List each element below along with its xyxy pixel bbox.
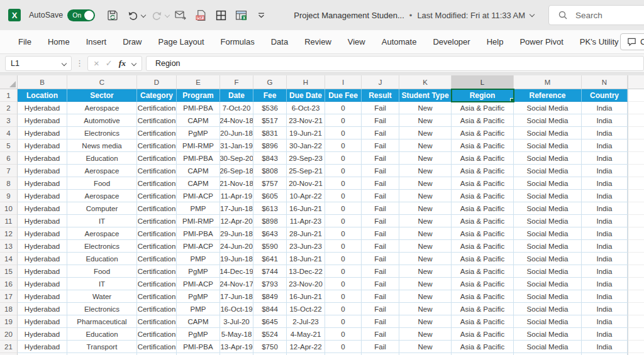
cell-M18[interactable]: Social Media	[514, 303, 582, 315]
header-cell-H1[interactable]: Due Date	[287, 89, 325, 102]
cell-I7[interactable]: 0	[325, 165, 362, 177]
column-letter-B[interactable]: B	[18, 75, 67, 89]
cell-C4[interactable]: Electronics	[67, 127, 137, 139]
cell-G16[interactable]: $793	[253, 278, 287, 290]
cell-K4[interactable]: New	[399, 127, 452, 139]
cell-C3[interactable]: Automotive	[67, 114, 137, 127]
cell-L8[interactable]: Asia & Pacific	[452, 177, 514, 190]
cell-L15[interactable]: Asia & Pacific	[452, 265, 514, 278]
cell-J15[interactable]: Fail	[362, 265, 399, 278]
cell-K21[interactable]: New	[399, 341, 452, 353]
cell-L17[interactable]: Asia & Pacific	[452, 290, 514, 303]
row-number-19[interactable]: 19	[0, 315, 18, 328]
cell-J18[interactable]: Fail	[362, 303, 399, 315]
cancel-button[interactable]: ×	[94, 58, 99, 68]
cell-B2[interactable]: Hyderabad	[18, 102, 67, 114]
cell-F14[interactable]: 19-Jun-18	[220, 253, 253, 265]
cell-D9[interactable]: Certification	[137, 190, 177, 202]
cell-I5[interactable]: 0	[325, 139, 362, 152]
cell-K9[interactable]: New	[399, 190, 452, 202]
cell-N5[interactable]: India	[582, 139, 628, 152]
cell-C11[interactable]: IT	[67, 215, 137, 227]
header-cell-N1[interactable]: Country	[582, 89, 628, 102]
tab-automate[interactable]: Automate	[374, 30, 425, 53]
cell-E19[interactable]: CAPM	[177, 315, 220, 328]
cell-G18[interactable]: $844	[253, 303, 287, 315]
cell-N2[interactable]: India	[582, 102, 628, 114]
cell-D11[interactable]: Certification	[137, 215, 177, 227]
cell-J4[interactable]: Fail	[362, 127, 399, 139]
cell-J6[interactable]: Fail	[362, 152, 399, 165]
cell-F6[interactable]: 30-Sep-20	[220, 152, 253, 165]
cell-F21[interactable]: 13-Apr-19	[220, 341, 253, 353]
row-number-7[interactable]: 7	[0, 165, 18, 177]
cell-L19[interactable]: Asia & Pacific	[452, 315, 514, 328]
cell-J10[interactable]: Fail	[362, 202, 399, 215]
tab-insert[interactable]: Insert	[78, 30, 115, 53]
cell-N12[interactable]: India	[582, 227, 628, 240]
cell-G7[interactable]: $808	[253, 165, 287, 177]
cell-M2[interactable]: Social Media	[514, 102, 582, 114]
cell-I21[interactable]: 0	[325, 341, 362, 353]
cell-F12[interactable]: 29-Jun-18	[220, 227, 253, 240]
cell-G12[interactable]: $643	[253, 227, 287, 240]
cell-N4[interactable]: India	[582, 127, 628, 139]
cell-M10[interactable]: Social Media	[514, 202, 582, 215]
row-number-9[interactable]: 9	[0, 190, 18, 202]
header-cell-I1[interactable]: Due Fee	[325, 89, 362, 102]
cell-L3[interactable]: Asia & Pacific	[452, 114, 514, 127]
cell-N10[interactable]: India	[582, 202, 628, 215]
column-letter-K[interactable]: K	[399, 75, 452, 89]
cell-H9[interactable]: 10-Apr-22	[287, 190, 325, 202]
cell-E9[interactable]: PMI-ACP	[177, 190, 220, 202]
cell-L13[interactable]: Asia & Pacific	[452, 240, 514, 253]
cell-J7[interactable]: Fail	[362, 165, 399, 177]
cell-N18[interactable]: India	[582, 303, 628, 315]
cell-N6[interactable]: India	[582, 152, 628, 165]
cell-C14[interactable]: Education	[67, 253, 137, 265]
cell-K2[interactable]: New	[399, 102, 452, 114]
cell-N9[interactable]: India	[582, 190, 628, 202]
cell-G15[interactable]: $744	[253, 265, 287, 278]
cell-E3[interactable]: CAPM	[177, 114, 220, 127]
borders-icon[interactable]	[212, 6, 230, 24]
enter-button[interactable]: ✓	[106, 58, 113, 68]
column-letter-I[interactable]: I	[325, 75, 362, 89]
cell-D13[interactable]: Certification	[137, 240, 177, 253]
cell-L21[interactable]: Asia & Pacific	[452, 341, 514, 353]
cell-B3[interactable]: Hyderabad	[18, 114, 67, 127]
cell-C17[interactable]: Water	[67, 290, 137, 303]
cell-D12[interactable]: Certification	[137, 227, 177, 240]
cell-H18[interactable]: 15-Oct-22	[287, 303, 325, 315]
cell-K20[interactable]: New	[399, 328, 452, 341]
cell-I11[interactable]: 0	[325, 215, 362, 227]
cell-H2[interactable]: 6-Oct-23	[287, 102, 325, 114]
cell-I10[interactable]: 0	[325, 202, 362, 215]
row-number-10[interactable]: 10	[0, 202, 18, 215]
cell-B15[interactable]: Hyderabad	[18, 265, 67, 278]
cell-D16[interactable]: Certification	[137, 278, 177, 290]
cell-F10[interactable]: 17-Jun-18	[220, 202, 253, 215]
cell-H17[interactable]: 16-Jun-21	[287, 290, 325, 303]
cell-G4[interactable]: $831	[253, 127, 287, 139]
tab-home[interactable]: Home	[40, 30, 78, 53]
document-title-group[interactable]: Project Management Studen... • Last Modi…	[294, 11, 534, 20]
cell-C18[interactable]: Electronics	[67, 303, 137, 315]
row-number-21[interactable]: 21	[0, 341, 18, 353]
tab-draw[interactable]: Draw	[114, 30, 150, 53]
cell-C8[interactable]: Food	[67, 177, 137, 190]
name-box-chevron-icon[interactable]	[62, 60, 67, 65]
title-dropdown-chevron-icon[interactable]	[530, 11, 535, 16]
column-letter-C[interactable]: C	[67, 75, 137, 89]
cell-H16[interactable]: 23-Nov-20	[287, 278, 325, 290]
cell-D14[interactable]: Certification	[137, 253, 177, 265]
cell-N21[interactable]: India	[582, 341, 628, 353]
cell-G13[interactable]: $590	[253, 240, 287, 253]
cell-E6[interactable]: PMI-PBA	[177, 152, 220, 165]
header-cell-C1[interactable]: Sector	[67, 89, 137, 102]
cell-H21[interactable]: 12-Apr-22	[287, 341, 325, 353]
cell-D10[interactable]: Certification	[137, 202, 177, 215]
cell-I19[interactable]: 0	[325, 315, 362, 328]
column-letter-J[interactable]: J	[362, 75, 399, 89]
cell-I4[interactable]: 0	[325, 127, 362, 139]
